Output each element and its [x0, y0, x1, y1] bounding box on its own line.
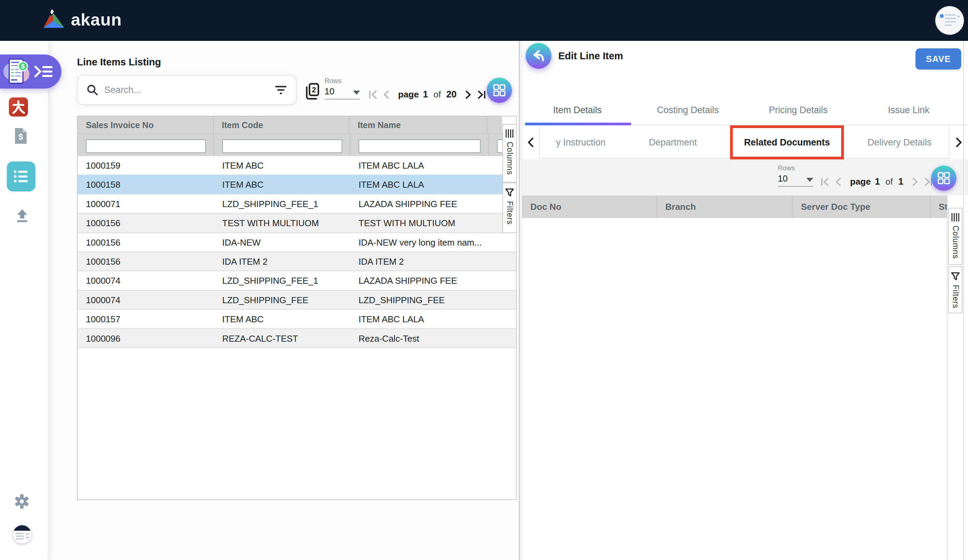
grid-view-button[interactable] — [487, 78, 512, 103]
dropdown-arrow-icon[interactable] — [806, 178, 813, 182]
column-header-branch[interactable]: Branch — [657, 195, 793, 218]
page-total: 20 — [446, 89, 456, 100]
subtab-delivery-details[interactable]: Delivery Details — [850, 126, 949, 159]
back-button[interactable] — [525, 43, 552, 69]
filter-input-item-name[interactable] — [358, 139, 481, 153]
dahua-app-icon[interactable] — [9, 97, 28, 117]
tab-issue-link[interactable]: Issue Link — [854, 95, 964, 125]
top-navbar: akaun — [0, 0, 968, 41]
first-page-icon[interactable] — [368, 90, 378, 99]
grid-icon — [493, 84, 506, 97]
table-row[interactable]: 1000096 REZA-CALC-TEST Reza-Calc-Test — [78, 329, 516, 348]
page-of: of — [885, 177, 893, 187]
cell-code: REZA-CALC-TEST — [214, 329, 350, 347]
search-box[interactable] — [77, 75, 297, 105]
invoice-module-badge[interactable]: $ — [0, 55, 61, 89]
pagination-controls: page 1 of 20 — [368, 89, 486, 100]
search-input[interactable] — [104, 85, 269, 95]
table-row[interactable]: 1000071 LZD_SHIPPING_FEE_1 LAZADA SHIPPI… — [78, 195, 516, 213]
rows-per-page[interactable]: Rows 10 — [778, 164, 813, 184]
rows-label: Rows — [778, 164, 813, 172]
cell-invoice: 1000096 — [78, 329, 214, 347]
cell-code: ITEM ABC — [214, 175, 350, 193]
grid-icon — [937, 172, 950, 185]
cell-name: LAZADA SHIPPING FEE — [350, 195, 503, 213]
cell-code: IDA ITEM 2 — [214, 252, 350, 271]
table-row[interactable]: 1000157 ITEM ABC ITEM ABC LALA — [78, 310, 516, 329]
receipt-illustration-icon: $ — [3, 56, 33, 86]
table-row[interactable]: 1000159 ITEM ABC ITEM ABC LALA — [78, 156, 516, 175]
pages-count-icon[interactable]: 2 — [304, 83, 320, 103]
back-arrow-icon — [531, 49, 546, 63]
table-row[interactable]: 1000074 LZD_SHIPPING_FEE LZD_SHIPPING_FE… — [78, 291, 516, 310]
cell-code: TEST WITH MULTIUOM — [214, 213, 350, 232]
settings-icon[interactable] — [13, 493, 30, 512]
brand-triangle-icon — [42, 10, 65, 30]
filter-input-sales-invoice-no[interactable] — [86, 139, 206, 153]
chevron-right-icon — [955, 137, 963, 148]
dropdown-arrow-icon[interactable] — [353, 91, 360, 95]
page-word: page — [398, 89, 419, 100]
chevron-left-icon — [527, 137, 534, 148]
rows-underline — [778, 186, 813, 187]
column-header-server-doc-type[interactable]: Server Doc Type — [793, 195, 930, 218]
cell-invoice: 1000074 — [78, 291, 214, 309]
subtabs-scroll-left[interactable] — [522, 126, 540, 159]
subtab-department[interactable]: Department — [622, 126, 724, 159]
prev-page-icon[interactable] — [383, 90, 390, 99]
tab-pricing-details[interactable]: Pricing Details — [743, 95, 854, 125]
column-header-item-name[interactable]: Item Name — [350, 117, 487, 134]
columns-side-tab[interactable]: Columns — [502, 124, 517, 183]
rows-label: Rows — [325, 77, 360, 85]
prev-page-icon[interactable] — [834, 177, 842, 187]
cjk-glyph-icon — [11, 99, 26, 114]
filters-side-tab[interactable]: Filters — [502, 183, 517, 233]
next-page-icon[interactable] — [912, 177, 919, 187]
filter-input-item-code[interactable] — [222, 139, 342, 153]
table-header-row: Sales Invoice No Item Code Item Name — [78, 117, 516, 134]
table-row[interactable]: 1000156 TEST WITH MULTIUOM TEST WITH MUL… — [78, 213, 516, 233]
active-tab-underline — [525, 122, 631, 126]
table-row[interactable]: 1000074 LZD_SHIPPING_FEE_1 LAZADA SHIPPI… — [78, 271, 516, 290]
upload-icon[interactable] — [14, 208, 30, 227]
tab-item-details[interactable]: Item Details — [522, 95, 633, 125]
user-avatar[interactable] — [935, 6, 964, 35]
filters-side-tab[interactable]: Filters — [948, 266, 963, 313]
save-button[interactable]: SAVE — [915, 48, 961, 69]
cell-invoice: 1000156 — [78, 233, 214, 251]
line-items-module-icon[interactable] — [7, 162, 35, 192]
cell-name: ITEM ABC LALA — [350, 175, 503, 193]
table-row[interactable]: 1000156 IDA-NEW IDA-NEW very long item n… — [78, 233, 516, 252]
column-header-doc-no[interactable]: Doc No — [522, 195, 657, 218]
billing-document-icon[interactable]: $ — [13, 127, 28, 148]
cell-invoice: 1000074 — [78, 271, 214, 289]
subtabs-scroll-right[interactable] — [949, 126, 968, 159]
filter-lines-icon[interactable] — [275, 84, 287, 95]
svg-text:2: 2 — [312, 86, 316, 94]
column-header-item-code[interactable]: Item Code — [214, 117, 350, 134]
page-current: 1 — [875, 177, 880, 187]
svg-text:$: $ — [21, 63, 25, 70]
column-header-clipped — [487, 117, 502, 134]
first-page-icon[interactable] — [820, 177, 830, 187]
tab-costing-details[interactable]: Costing Details — [633, 95, 743, 125]
column-header-sales-invoice-no[interactable]: Sales Invoice No — [78, 117, 214, 134]
grid-view-button[interactable] — [931, 165, 956, 191]
rows-underline — [325, 99, 360, 99]
subtab-instruction[interactable]: y Instruction — [540, 126, 622, 159]
cell-code: LZD_SHIPPING_FEE_1 — [214, 195, 350, 213]
table-row[interactable]: 1000156 IDA ITEM 2 IDA ITEM 2 — [78, 252, 516, 271]
table-row-selected[interactable]: 1000158 ITEM ABC ITEM ABC LALA — [78, 175, 516, 194]
page-total: 1 — [898, 177, 903, 187]
columns-side-tab[interactable]: Columns — [948, 208, 963, 265]
page-of: of — [434, 89, 441, 100]
cell-name: ITEM ABC LALA — [350, 156, 503, 174]
cell-invoice: 1000156 — [78, 213, 214, 232]
preview-thumbnail[interactable] — [13, 525, 31, 543]
cell-invoice: 1000071 — [78, 195, 214, 213]
rows-per-page[interactable]: Rows 10 — [325, 77, 360, 97]
last-page-icon[interactable] — [476, 90, 486, 99]
cell-name: Reza-Calc-Test — [350, 329, 503, 347]
next-page-icon[interactable] — [464, 90, 472, 99]
column-header-status-clipped[interactable]: St — [930, 195, 947, 218]
